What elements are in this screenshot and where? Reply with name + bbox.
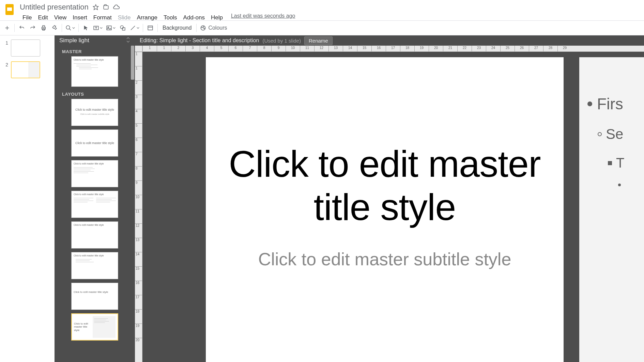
layout-thumb[interactable]: Click to edit master title style Click t… — [71, 99, 118, 126]
zoom-button[interactable] — [64, 23, 76, 33]
svg-point-19 — [203, 27, 204, 27]
layout-thumb[interactable]: Click to edit master title style — [71, 129, 118, 157]
menu-edit[interactable]: Edit — [35, 13, 50, 22]
star-icon[interactable] — [93, 4, 99, 10]
theme-panel: Simple light MASTER Click to edit master… — [55, 35, 135, 362]
svg-line-8 — [69, 29, 71, 30]
layouts-section-label: LAYOUTS — [55, 90, 135, 99]
svg-rect-13 — [122, 28, 125, 30]
textbox-button[interactable] — [92, 23, 104, 33]
placeholder-button[interactable] — [145, 23, 155, 33]
last-edit-link[interactable]: Last edit was seconds ago — [231, 13, 295, 22]
print-button[interactable] — [39, 23, 49, 33]
svg-point-7 — [66, 26, 70, 29]
line-button[interactable] — [128, 23, 141, 33]
master-section-label: MASTER — [55, 48, 135, 56]
svg-point-12 — [120, 26, 123, 29]
menu-insert[interactable]: Insert — [70, 13, 90, 22]
image-button[interactable] — [105, 23, 117, 33]
shape-button[interactable] — [118, 23, 128, 33]
layout-thumb[interactable]: Click to edit master title style — [71, 160, 118, 187]
slides-logo[interactable] — [3, 3, 16, 16]
undo-button[interactable] — [17, 23, 27, 33]
slide-filmstrip: 1 2 — [0, 35, 55, 362]
svg-point-18 — [202, 27, 202, 28]
layout-thumb-selected[interactable]: Click to edit master title style — [71, 313, 118, 341]
theme-scrollbar[interactable] — [130, 46, 134, 362]
move-icon[interactable] — [103, 4, 109, 10]
layout-thumb[interactable]: Click to edit master title style — [71, 283, 118, 310]
master-thumb[interactable]: Click to edit master title style — [71, 56, 118, 87]
main-area: 1 2 Simple light MASTER Click to edit ma… — [0, 35, 644, 362]
menu-help[interactable]: Help — [208, 13, 226, 22]
svg-rect-10 — [107, 26, 111, 30]
adjacent-body-placeholder[interactable]: Firs Se T — [579, 57, 644, 362]
canvas-area: Editing: Simple light - Section title an… — [135, 35, 644, 362]
menu-slide: Slide — [115, 13, 134, 22]
slide-number: 1 — [3, 40, 8, 46]
app-header: Untitled presentation File Edit View Ins… — [0, 0, 644, 20]
menu-tools[interactable]: Tools — [161, 13, 180, 22]
menu-view[interactable]: View — [51, 13, 70, 22]
bullet-dot-icon — [618, 184, 621, 186]
svg-rect-5 — [43, 26, 45, 27]
menubar: File Edit View Insert Format Slide Arran… — [20, 13, 295, 22]
ruler-horizontal[interactable]: 1123456789101112131415161718192021222324… — [142, 46, 644, 52]
master-title-placeholder[interactable]: Click to edit master title style — [206, 142, 564, 229]
background-button[interactable]: Background — [160, 25, 194, 31]
svg-point-20 — [204, 28, 204, 29]
theme-dropdown-icon[interactable] — [126, 37, 130, 44]
svg-line-14 — [131, 26, 135, 30]
cloud-saved-icon[interactable] — [113, 4, 120, 11]
slide-thumb-1[interactable] — [11, 40, 40, 57]
svg-rect-3 — [104, 6, 108, 10]
new-slide-button[interactable] — [2, 23, 12, 33]
menu-addons[interactable]: Add-ons — [181, 13, 208, 22]
slide-thumb-2[interactable] — [11, 61, 40, 78]
master-subtitle-placeholder[interactable]: Click to edit master subtitle style — [206, 249, 564, 269]
svg-marker-2 — [93, 5, 98, 10]
paint-format-button[interactable] — [49, 23, 60, 33]
bullet-disc-icon — [587, 101, 592, 106]
bullet-square-icon — [608, 161, 612, 165]
menu-format[interactable]: Format — [91, 13, 114, 22]
svg-rect-15 — [148, 26, 153, 30]
layout-thumb[interactable]: Click to edit master title style — [71, 191, 118, 218]
menu-arrange[interactable]: Arrange — [134, 13, 160, 22]
rename-button[interactable]: Rename — [304, 36, 333, 45]
theme-name: Simple light — [59, 37, 89, 44]
svg-point-17 — [201, 26, 206, 30]
colours-button[interactable]: Colours — [199, 23, 228, 33]
ruler-corner — [135, 46, 142, 52]
usage-label: (Used by 1 slide) — [262, 38, 301, 44]
document-title[interactable]: Untitled presentation — [20, 3, 89, 12]
ruler-vertical[interactable]: 11234567891011121314151617181920 — [135, 52, 142, 362]
redo-button[interactable] — [28, 23, 38, 33]
layout-thumb[interactable]: Click to edit master title style — [71, 221, 118, 249]
bullet-circle-icon — [598, 132, 602, 136]
menu-file[interactable]: File — [20, 13, 34, 22]
slide-canvas[interactable]: Click to edit master title style Click t… — [206, 57, 564, 362]
layout-thumb[interactable]: Click to edit master title style — [71, 252, 118, 279]
select-tool-button[interactable] — [81, 23, 91, 33]
slide-number: 2 — [3, 61, 8, 67]
toolbar: Background Colours — [0, 20, 644, 35]
editing-info-bar: Editing: Simple light - Section title an… — [135, 35, 644, 46]
svg-rect-1 — [7, 7, 12, 11]
editing-label: Editing: Simple light - Section title an… — [140, 37, 259, 44]
